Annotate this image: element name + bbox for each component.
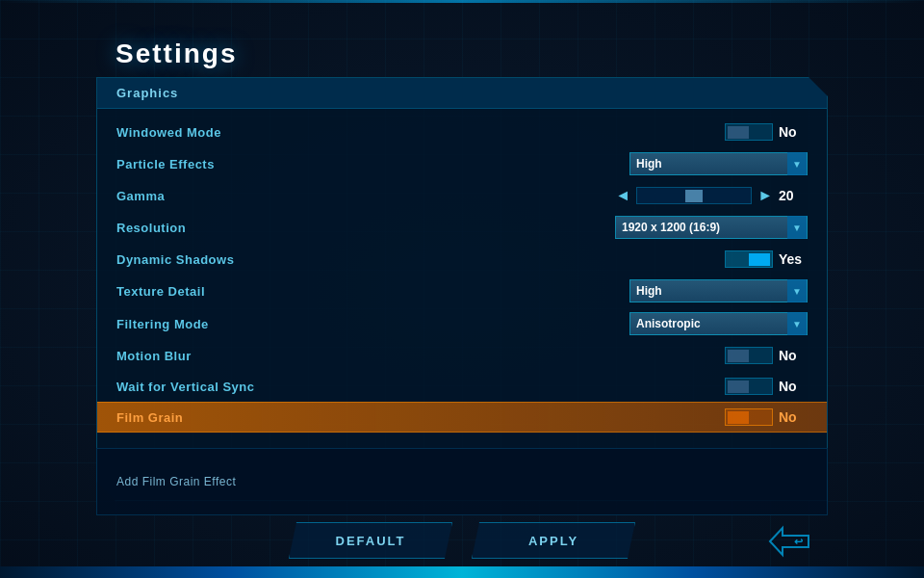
label-film-grain: Film Grain	[116, 410, 386, 425]
settings-panel: Graphics Windowed Mode No Particle Effec…	[96, 77, 828, 501]
label-vertical-sync: Wait for Vertical Sync	[116, 380, 386, 394]
toggle-thumb-dynamic-shadows	[749, 253, 770, 266]
top-accent-bar	[0, 0, 924, 3]
setting-row-particle-effects: Particle Effects High ▼	[97, 147, 827, 180]
value-vertical-sync: No	[779, 379, 808, 394]
dropdown-texture-detail[interactable]: High ▼	[629, 279, 808, 302]
toggle-thumb-film-grain	[728, 411, 749, 424]
dropdown-arrow-filtering-mode: ▼	[787, 312, 807, 335]
svg-marker-0	[770, 528, 808, 555]
control-filtering-mode[interactable]: Anisotropic ▼	[629, 312, 808, 335]
control-vertical-sync[interactable]: No	[725, 378, 808, 395]
control-windowed-mode[interactable]: No	[725, 123, 808, 141]
gamma-track[interactable]	[636, 187, 752, 204]
control-gamma[interactable]: ◄ ► 20	[615, 187, 808, 204]
dropdown-arrow-particle-effects: ▼	[787, 152, 807, 175]
label-motion-blur: Motion Blur	[116, 349, 386, 363]
control-dynamic-shadows[interactable]: Yes	[725, 250, 808, 268]
bottom-buttons: Default Apply	[96, 522, 828, 559]
toggle-motion-blur[interactable]	[725, 347, 773, 364]
dropdown-resolution[interactable]: 1920 x 1200 (16:9) ▼	[615, 216, 808, 239]
dropdown-particle-effects[interactable]: High ▼	[629, 152, 808, 175]
gamma-increase-button[interactable]: ►	[757, 187, 773, 204]
value-dynamic-shadows: Yes	[779, 251, 808, 267]
label-dynamic-shadows: Dynamic Shadows	[116, 252, 386, 267]
page-title: Settings	[116, 39, 237, 69]
back-nav-icon[interactable]: ↩	[765, 523, 813, 560]
setting-row-film-grain[interactable]: Film Grain No	[97, 402, 827, 433]
control-motion-blur[interactable]: No	[725, 347, 808, 364]
value-film-grain: No	[779, 409, 808, 425]
label-gamma: Gamma	[116, 189, 386, 203]
label-resolution: Resolution	[116, 221, 386, 235]
setting-row-resolution: Resolution 1920 x 1200 (16:9) ▼	[97, 211, 827, 244]
toggle-thumb-motion-blur	[728, 350, 749, 362]
dropdown-filtering-mode[interactable]: Anisotropic ▼	[629, 312, 808, 335]
label-particle-effects: Particle Effects	[116, 157, 386, 171]
toggle-film-grain[interactable]	[725, 408, 773, 426]
default-button[interactable]: Default	[289, 522, 452, 559]
control-particle-effects[interactable]: High ▼	[629, 152, 808, 175]
toggle-dynamic-shadows[interactable]	[725, 250, 773, 268]
toggle-thumb-windowed-mode	[728, 126, 749, 139]
description-text: Add Film Grain Effect	[116, 475, 236, 488]
toggle-thumb-vertical-sync	[728, 381, 749, 393]
description-panel: Add Film Grain Effect	[96, 448, 828, 515]
apply-button[interactable]: Apply	[472, 522, 635, 559]
setting-row-windowed-mode: Windowed Mode No	[97, 117, 827, 147]
slider-gamma: ◄ ► 20	[615, 187, 808, 204]
control-film-grain[interactable]: No	[725, 408, 808, 426]
label-texture-detail: Texture Detail	[116, 284, 386, 299]
value-texture-detail: High	[636, 284, 662, 298]
value-windowed-mode: No	[779, 124, 808, 140]
value-particle-effects: High	[636, 157, 662, 171]
dropdown-arrow-resolution: ▼	[787, 216, 807, 239]
toggle-vertical-sync[interactable]	[725, 378, 773, 395]
settings-list: Windowed Mode No Particle Effects High ▼…	[97, 109, 827, 440]
setting-row-motion-blur: Motion Blur No	[97, 340, 827, 371]
setting-row-gamma: Gamma ◄ ► 20	[97, 180, 827, 211]
setting-row-vertical-sync: Wait for Vertical Sync No	[97, 371, 827, 402]
label-filtering-mode: Filtering Mode	[116, 317, 386, 331]
setting-row-filtering-mode: Filtering Mode Anisotropic ▼	[97, 307, 827, 340]
value-resolution: 1920 x 1200 (16:9)	[622, 221, 720, 234]
dropdown-arrow-texture-detail: ▼	[787, 279, 807, 302]
control-texture-detail[interactable]: High ▼	[629, 279, 808, 302]
gamma-decrease-button[interactable]: ◄	[615, 187, 630, 204]
value-filtering-mode: Anisotropic	[636, 317, 701, 330]
gamma-thumb	[685, 190, 703, 202]
control-resolution[interactable]: 1920 x 1200 (16:9) ▼	[615, 216, 808, 239]
setting-row-dynamic-shadows: Dynamic Shadows Yes	[97, 244, 827, 275]
section-header: Graphics	[97, 78, 827, 109]
label-windowed-mode: Windowed Mode	[116, 125, 386, 140]
svg-text:↩: ↩	[794, 536, 804, 547]
toggle-windowed-mode[interactable]	[725, 123, 773, 141]
bottom-bar	[0, 566, 924, 578]
value-motion-blur: No	[779, 348, 808, 363]
value-gamma: 20	[779, 188, 808, 203]
setting-row-texture-detail: Texture Detail High ▼	[97, 275, 827, 307]
nav-icon-area: ↩	[765, 522, 813, 561]
